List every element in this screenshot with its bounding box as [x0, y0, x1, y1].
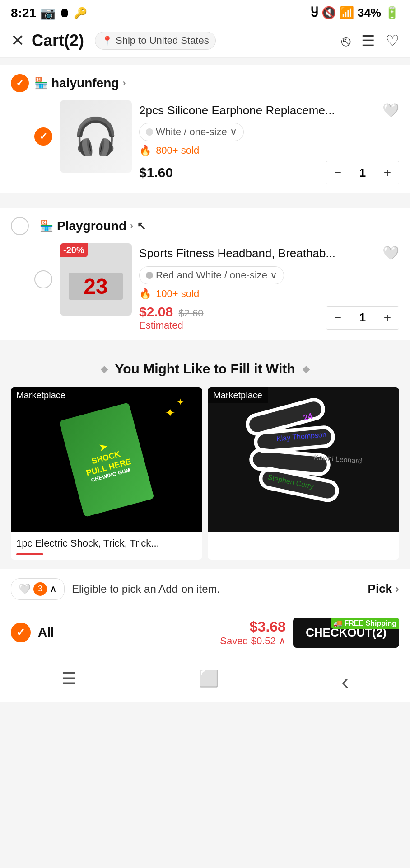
wristbands-group: 24 Klay Thompson Stephen Curry Kawhi Leo…	[240, 401, 367, 519]
seller-row-haiyunfeng: 🏪 haiyunfeng ›	[11, 74, 399, 92]
product-wishlist-headband[interactable]: 🤍	[382, 245, 399, 261]
sold-badge-earphones: 🔥 800+ sold	[139, 145, 399, 156]
seller-chevron-playground: ›	[130, 220, 133, 232]
close-button[interactable]: ✕	[11, 33, 24, 49]
product-title-headband[interactable]: Sports Fitness Headband, Breathab...	[139, 245, 399, 261]
seller-section-playground: 🏪 Playground › ↖ -20% 23 🤍 Sports Fitnes…	[0, 208, 410, 340]
product-checkbox-headband[interactable]	[34, 270, 52, 288]
status-left: 8:21 📷 ⏺ 🔑	[11, 5, 87, 20]
product-image-earphones[interactable]: 🎧	[60, 100, 132, 173]
seller-checkbox-haiyunfeng[interactable]	[11, 74, 29, 92]
record-icon: ⏺	[59, 7, 70, 19]
share-icon[interactable]: ⎋	[341, 32, 350, 50]
wifi-icon: 📶	[340, 6, 354, 20]
price-row-earphones: $1.60 − 1 +	[139, 161, 399, 184]
checkout-saved: Saved $0.52 ∧	[220, 635, 286, 647]
checkout-button[interactable]: 🚚 FREE Shipping CHECKOUT(2)	[293, 618, 399, 648]
checkout-all-checkbox[interactable]: ✓	[11, 623, 31, 642]
battery-icon: 🔋	[385, 6, 399, 20]
ship-to-label: Ship to United States	[116, 35, 209, 47]
sold-badge-headband: 🔥 100+ sold	[139, 288, 399, 300]
wristbands-image: Marketplace 24 Klay Thompson Stephen Cur…	[208, 387, 399, 532]
section-divider-2	[0, 340, 410, 348]
price-section-headband: $2.08 $2.60 Estimated	[139, 304, 204, 331]
variant-selector-earphones[interactable]: White / one-size ∨	[139, 123, 244, 141]
qty-decrease-earphones[interactable]: −	[326, 161, 349, 184]
product-image-headband[interactable]: -20% 23	[60, 243, 132, 316]
addon-chevron-up: ∧	[50, 583, 57, 595]
product-title-earphones[interactable]: 2pcs Silicone Earphone Replaceme...	[139, 102, 399, 118]
recommendations-section: ◆ You Might Like to Fill it With ◆ Marke…	[0, 348, 410, 569]
product-card-wristbands[interactable]: Marketplace 24 Klay Thompson Stephen Cur…	[208, 387, 399, 560]
all-check-mark: ✓	[16, 626, 25, 639]
seller-name-playground[interactable]: 🏪 Playground › ↖	[40, 219, 146, 233]
camera-icon: 📷	[40, 5, 56, 20]
product-grid: Marketplace ✦ ✦ ➤ SHOCKPULL HERE CHEWING…	[11, 387, 399, 560]
addon-bar: 🤍 3 ∧ Eligible to pick an Add-on item. P…	[0, 569, 410, 609]
variant-label-earphones: White / one-size	[156, 126, 227, 138]
cart-title: Cart(2)	[32, 31, 84, 50]
qty-value-headband: 1	[349, 307, 376, 329]
qty-increase-earphones[interactable]: +	[376, 161, 399, 184]
seller-name-haiyunfeng[interactable]: 🏪 haiyunfeng ›	[34, 76, 126, 90]
gum-box-visual: ➤ SHOCKPULL HERE CHEWING GUM	[59, 402, 154, 517]
price-row-headband: $2.08 $2.60 Estimated − 1 +	[139, 304, 399, 331]
checkout-bar: ✓ All $3.68 Saved $0.52 ∧ 🚚 FREE Shippin…	[0, 609, 410, 656]
store-icon-haiyunfeng: 🏪	[34, 77, 48, 90]
discount-badge-headband: -20%	[60, 243, 88, 257]
saved-chevron: ∧	[279, 635, 286, 646]
product-wishlist-earphones[interactable]: 🤍	[382, 102, 399, 118]
header-actions: ⎋ ☰ ♡	[341, 32, 399, 50]
variant-selector-headband[interactable]: Red and White / one-size ∨	[139, 266, 284, 284]
product-item-earphones: 🎧 🤍 2pcs Silicone Earphone Replaceme... …	[34, 100, 399, 184]
quantity-control-earphones: − 1 +	[326, 161, 399, 184]
qty-decrease-headband[interactable]: −	[326, 307, 349, 329]
price-earphones: $1.60	[139, 165, 173, 180]
nav-bar: ☰ ⬜ ‹	[0, 656, 410, 702]
list-icon[interactable]: ☰	[361, 32, 375, 50]
status-right: Ⴘ 🔇 📶 34% 🔋	[311, 6, 399, 20]
marketplace-badge-gum: Marketplace	[11, 387, 71, 403]
quantity-control-headband: − 1 +	[326, 306, 399, 330]
wishlist-icon[interactable]: ♡	[386, 32, 399, 50]
seller-chevron-haiyunfeng: ›	[122, 77, 126, 89]
addon-badge[interactable]: 🤍 3 ∧	[11, 578, 65, 600]
store-icon-playground: 🏪	[40, 220, 53, 232]
seller-row-playground: 🏪 Playground › ↖	[11, 217, 399, 235]
addon-pick-button[interactable]: Pick ›	[368, 582, 399, 596]
fire-icon-earphones: 🔥	[139, 145, 151, 156]
header: ✕ Cart(2) 📍 Ship to United States ⎋ ☰ ♡	[0, 24, 410, 58]
spark-icon-1: ✦	[165, 406, 175, 420]
free-shipping-badge: 🚚 FREE Shipping	[331, 618, 399, 629]
price-original-headband: $2.60	[179, 307, 204, 319]
diamond-right-icon: ◆	[303, 363, 309, 374]
section-divider-1	[0, 193, 410, 201]
qty-value-earphones: 1	[349, 161, 376, 184]
spark-icon-2: ✦	[177, 396, 184, 407]
nav-home-icon[interactable]: ⬜	[181, 665, 237, 698]
cursor-icon: ↖	[137, 220, 146, 232]
earphone-visual: 🎧	[73, 115, 118, 158]
battery-percentage: 34%	[358, 6, 381, 20]
estimated-label-headband: Estimated	[139, 320, 183, 331]
product-item-headband: -20% 23 🤍 Sports Fitness Headband, Breat…	[34, 243, 399, 331]
nav-menu-icon[interactable]: ☰	[43, 665, 94, 698]
product-card-title-gum: 1pc Electric Shock, Trick, Trick...	[11, 532, 202, 553]
nav-back-icon[interactable]: ‹	[323, 665, 367, 698]
checkout-price-section: $3.68 Saved $0.52 ∧	[220, 618, 286, 647]
product-checkbox-earphones[interactable]	[34, 127, 52, 146]
product-price-bar	[16, 553, 43, 555]
headband-visual: 23	[69, 273, 123, 300]
addon-count: 3	[33, 582, 47, 596]
product-info-earphones: 🤍 2pcs Silicone Earphone Replaceme... Wh…	[139, 100, 399, 184]
product-card-shock-gum[interactable]: Marketplace ✦ ✦ ➤ SHOCKPULL HERE CHEWING…	[11, 387, 202, 560]
seller-checkbox-playground[interactable]	[11, 217, 29, 235]
product-info-headband: 🤍 Sports Fitness Headband, Breathab... R…	[139, 243, 399, 331]
ship-to-selector[interactable]: 📍 Ship to United States	[95, 32, 216, 50]
addon-text: Eligible to pick an Add-on item.	[72, 583, 361, 595]
heart-addon-icon: 🤍	[19, 583, 31, 595]
variant-color-dot-headband	[146, 272, 153, 279]
diamond-left-icon: ◆	[101, 363, 107, 374]
status-time: 8:21	[11, 6, 36, 20]
qty-increase-headband[interactable]: +	[376, 307, 399, 329]
